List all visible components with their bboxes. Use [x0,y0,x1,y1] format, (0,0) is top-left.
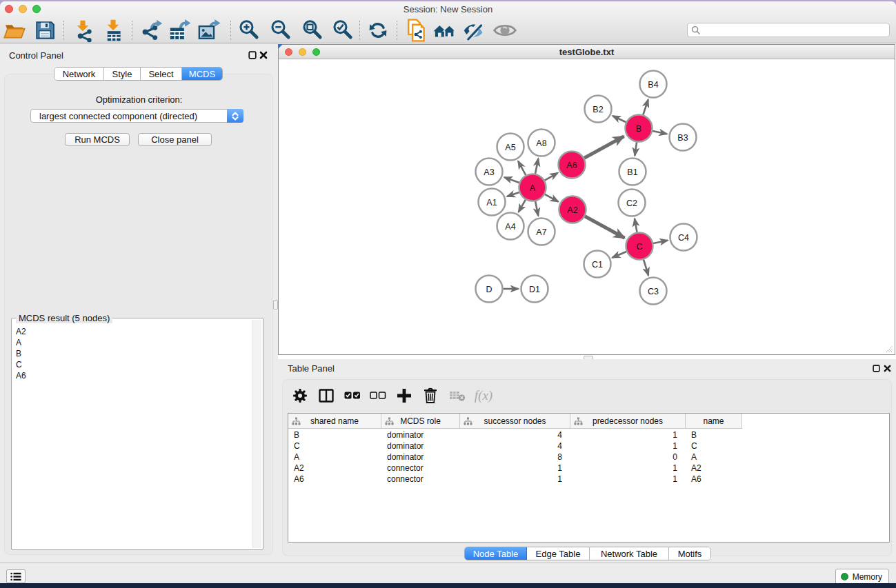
graph-node-B3[interactable]: B3 [670,124,697,151]
graph-node-A5[interactable]: A5 [497,134,524,161]
duplicate-network-button[interactable] [406,19,428,41]
edge-A-A6[interactable] [545,173,558,181]
tab-edge-table[interactable]: Edge Table [527,547,590,560]
refresh-button[interactable] [367,19,389,41]
edge-A-A8[interactable] [535,159,538,174]
import-network-button[interactable] [72,19,94,41]
deselect-all-button[interactable] [368,385,388,406]
mcds-result-item[interactable]: B [13,348,252,359]
graph-node-C1[interactable]: C1 [584,251,611,278]
export-table-button[interactable] [169,19,191,41]
select-all-button[interactable] [342,385,363,406]
mcds-result-list[interactable]: A2ABCA6 [13,320,252,548]
edge-A-A7[interactable] [535,201,538,216]
tab-network-table[interactable]: Network Table [590,547,669,560]
graph-node-A3[interactable]: A3 [476,159,503,185]
open-session-button[interactable] [3,19,26,41]
vertical-splitter-grip[interactable] [273,300,278,310]
edge-A-A3[interactable] [504,177,519,183]
column-header-name[interactable]: name [686,414,742,429]
float-panel-icon[interactable] [248,51,257,59]
graph-node-A7[interactable]: A7 [528,219,555,245]
result-scrollbar[interactable] [252,320,261,548]
table-row-B[interactable]: Bdominator41B [288,429,889,440]
graph-node-C3[interactable]: C3 [640,278,667,305]
table-row-A[interactable]: Adominator80A [288,452,889,463]
edge-A2-C[interactable] [585,216,625,239]
hide-selected-button[interactable] [463,19,485,41]
graph-node-C2[interactable]: C2 [619,190,646,216]
table-settings-button[interactable] [290,385,310,406]
close-panel-icon[interactable] [259,51,268,59]
edge-C-C1[interactable] [613,252,627,258]
graph-node-A6[interactable]: A6 [559,152,586,179]
close-panel-button[interactable]: Close panel [138,133,212,146]
zoom-fit-button[interactable] [301,19,323,41]
graph-node-C4[interactable]: C4 [670,224,697,251]
float-table-panel-icon[interactable] [873,365,880,372]
zoom-out-button[interactable] [270,19,292,41]
import-table-button[interactable] [102,19,124,41]
add-column-button[interactable] [394,385,415,406]
zoom-in-button[interactable] [238,19,260,41]
graph-node-A8[interactable]: A8 [528,130,555,156]
table-row-A6[interactable]: A6connector11A6 [288,474,889,485]
edge-B-B4[interactable] [643,99,648,114]
column-header-MCDS-role[interactable]: MCDS role [381,414,460,429]
close-table-panel-icon[interactable] [884,365,891,372]
column-header-successor-nodes[interactable]: successor nodes [460,414,570,429]
search-input[interactable] [687,23,890,37]
network-window-titlebar[interactable]: testGlobe.txt [279,45,895,59]
network-graph[interactable]: B4B2BB3A8A5A6A3B1AA1C2A2A4A7C4CC1C3DD1 [279,60,895,354]
tab-network[interactable]: Network [54,68,104,80]
graph-node-D[interactable]: D [476,276,503,303]
criterion-dropdown[interactable]: largest connected component (directed) [30,109,243,123]
edge-B-B1[interactable] [635,142,637,155]
column-header-shared-name[interactable]: shared name [288,414,381,429]
edge-A6-B[interactable] [584,136,624,159]
graph-node-A[interactable]: A [519,174,546,201]
first-neighbors-button[interactable] [434,19,456,41]
graph-node-B1[interactable]: B1 [619,159,646,185]
graph-node-B2[interactable]: B2 [585,96,612,123]
edge-A-A2[interactable] [545,194,559,202]
delete-table-button[interactable] [447,385,468,406]
column-selector-button[interactable] [316,385,337,406]
edge-B-B2[interactable] [613,116,626,122]
edge-A-A4[interactable] [519,200,526,212]
show-graphics-details-button[interactable] [494,19,516,41]
graph-node-D1[interactable]: D1 [521,276,548,303]
edge-A-A1[interactable] [507,192,519,196]
graph-node-A4[interactable]: A4 [497,213,524,240]
graph-node-C[interactable]: C [626,233,653,260]
graph-node-B[interactable]: B [626,115,653,142]
edge-C-C3[interactable] [644,260,648,276]
export-network-button[interactable] [141,19,163,41]
tab-style[interactable]: Style [104,68,141,80]
mcds-result-item[interactable]: C [13,359,252,370]
export-image-button[interactable] [198,19,220,41]
memory-status-button[interactable]: Memory [835,569,889,584]
delete-column-button[interactable] [420,385,441,406]
graph-node-B4[interactable]: B4 [640,71,667,98]
tab-node-table[interactable]: Node Table [465,547,527,560]
edge-C-C2[interactable] [635,219,637,232]
window-resize-grip[interactable] [884,344,893,353]
mcds-result-item[interactable]: A6 [13,370,252,381]
function-builder-button[interactable]: f(x) [471,385,496,406]
edge-C-C4[interactable] [653,241,668,243]
tab-mcds[interactable]: MCDS [182,68,222,80]
mcds-result-item[interactable]: A [13,337,252,348]
edge-B-B3[interactable] [653,131,667,134]
table-row-A2[interactable]: A2connector11A2 [288,463,889,474]
run-mcds-button[interactable]: Run MCDS [65,133,130,146]
tab-motifs[interactable]: Motifs [669,547,710,560]
panel-list-button[interactable] [6,569,26,583]
edge-A-A5[interactable] [518,161,526,175]
zoom-selected-button[interactable] [332,19,354,41]
save-session-button[interactable] [34,19,56,41]
tab-select[interactable]: Select [141,68,182,80]
node-data-table[interactable]: shared nameMCDS rolesuccessor nodesprede… [288,413,890,543]
graph-node-A2[interactable]: A2 [559,196,586,223]
column-header-predecessor-nodes[interactable]: predecessor nodes [570,414,686,429]
